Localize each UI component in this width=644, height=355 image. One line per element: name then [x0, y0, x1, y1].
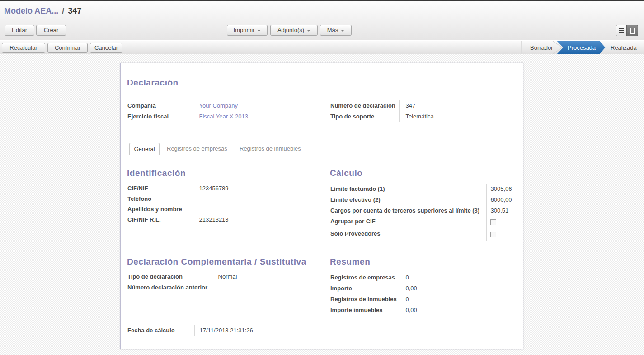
svg-text:Realizada: Realizada — [611, 44, 637, 51]
svg-text:Procesada: Procesada — [568, 44, 596, 51]
svg-text:Borrador: Borrador — [530, 44, 553, 51]
